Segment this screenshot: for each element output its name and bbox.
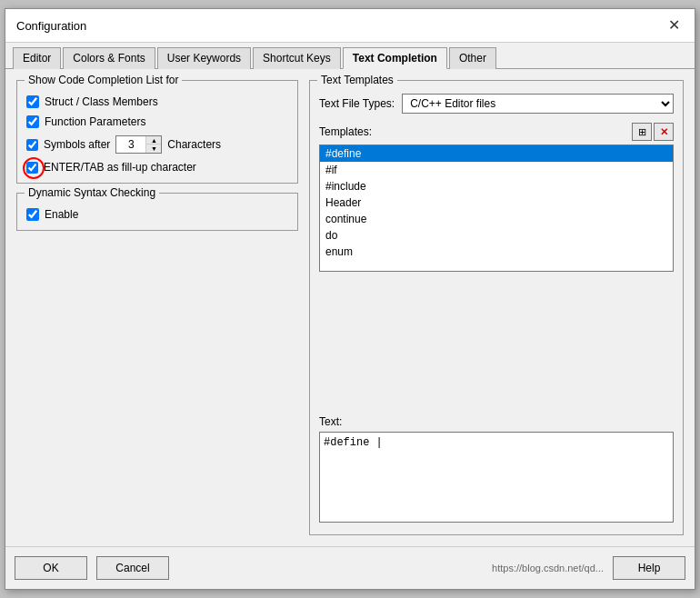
enter-tab-label: ENTER/TAB as fill-up character xyxy=(44,161,196,174)
dynamic-syntax-group: Dynamic Syntax Checking Enable xyxy=(16,193,298,231)
add-template-button[interactable]: ⊞ xyxy=(632,123,652,141)
text-label: Text: xyxy=(319,415,674,428)
close-button[interactable]: ✕ xyxy=(665,16,684,35)
struct-class-label: Struct / Class Members xyxy=(45,95,158,108)
template-item-4[interactable]: continue xyxy=(320,211,673,227)
characters-label: Characters xyxy=(167,138,221,151)
dialog-title: Configuration xyxy=(16,19,86,33)
templates-buttons: ⊞ ✕ xyxy=(632,123,674,141)
text-section: Text: #define | xyxy=(319,415,674,525)
templates-group: Text Templates Text File Types: C/C++ Ed… xyxy=(309,80,684,535)
title-bar: Configuration ✕ xyxy=(5,9,695,43)
ok-button[interactable]: OK xyxy=(15,556,87,580)
template-item-1[interactable]: #if xyxy=(320,162,673,178)
function-params-label: Function Parameters xyxy=(45,115,145,128)
dynamic-syntax-title: Dynamic Syntax Checking xyxy=(25,186,159,199)
watermark: https://blog.csdn.net/qd... xyxy=(492,563,604,573)
tab-bar: Editor Colors & Fonts User Keywords Shor… xyxy=(5,43,695,69)
template-item-2[interactable]: #include xyxy=(320,178,673,194)
tab-shortcut-keys[interactable]: Shortcut Keys xyxy=(253,47,341,69)
templates-list-section: Templates: ⊞ ✕ #define #if #include Head… xyxy=(319,123,674,408)
enable-label: Enable xyxy=(45,208,78,221)
enable-row: Enable xyxy=(26,208,288,221)
symbols-spinner: ▲ ▼ xyxy=(115,135,162,154)
templates-group-title: Text Templates xyxy=(317,74,397,86)
file-types-row: Text File Types: C/C++ Editor files All … xyxy=(319,94,674,114)
footer: OK Cancel https://blog.csdn.net/qd... He… xyxy=(5,546,695,589)
symbols-after-label: Symbols after xyxy=(44,138,110,151)
spinner-up-button[interactable]: ▲ xyxy=(146,136,161,145)
tab-user-keywords[interactable]: User Keywords xyxy=(157,47,251,69)
enter-tab-row: ENTER/TAB as fill-up character xyxy=(26,161,288,174)
template-item-5[interactable]: do xyxy=(320,227,673,244)
tab-editor[interactable]: Editor xyxy=(13,47,61,69)
function-params-row: Function Parameters xyxy=(26,115,288,128)
struct-class-row: Struct / Class Members xyxy=(26,95,288,108)
spinner-down-button[interactable]: ▼ xyxy=(146,145,161,153)
text-area[interactable]: #define | xyxy=(319,432,674,523)
templates-list[interactable]: #define #if #include Header continue do … xyxy=(319,145,674,272)
templates-label: Templates: xyxy=(319,125,372,138)
show-code-completion-group: Show Code Completion List for Struct / C… xyxy=(16,80,298,184)
help-button[interactable]: Help xyxy=(613,556,685,580)
symbols-after-checkbox[interactable] xyxy=(26,139,38,151)
symbols-after-row: Symbols after ▲ ▼ Characters xyxy=(26,135,288,154)
file-types-label: Text File Types: xyxy=(319,97,395,110)
show-code-completion-title: Show Code Completion List for xyxy=(25,74,182,86)
left-panel: Show Code Completion List for Struct / C… xyxy=(16,80,298,535)
tab-colors-fonts[interactable]: Colors & Fonts xyxy=(63,47,155,69)
templates-label-row: Templates: ⊞ ✕ xyxy=(319,123,674,141)
enter-tab-checkbox[interactable] xyxy=(26,162,38,174)
cancel-button[interactable]: Cancel xyxy=(96,556,169,580)
spinner-arrows: ▲ ▼ xyxy=(145,136,161,153)
struct-class-checkbox[interactable] xyxy=(26,95,39,108)
symbols-value-input[interactable] xyxy=(116,136,145,153)
delete-template-button[interactable]: ✕ xyxy=(654,123,674,141)
right-panel: Text Templates Text File Types: C/C++ Ed… xyxy=(309,80,684,535)
tab-text-completion[interactable]: Text Completion xyxy=(343,47,447,69)
file-types-select[interactable]: C/C++ Editor files All files xyxy=(402,94,674,114)
main-content: Show Code Completion List for Struct / C… xyxy=(5,69,695,546)
tab-other[interactable]: Other xyxy=(449,47,496,69)
template-item-0[interactable]: #define xyxy=(320,145,673,162)
template-item-3[interactable]: Header xyxy=(320,194,673,211)
enable-checkbox[interactable] xyxy=(26,208,39,221)
function-params-checkbox[interactable] xyxy=(26,115,39,128)
template-item-6[interactable]: enum xyxy=(320,244,673,260)
configuration-dialog: Configuration ✕ Editor Colors & Fonts Us… xyxy=(5,8,695,590)
